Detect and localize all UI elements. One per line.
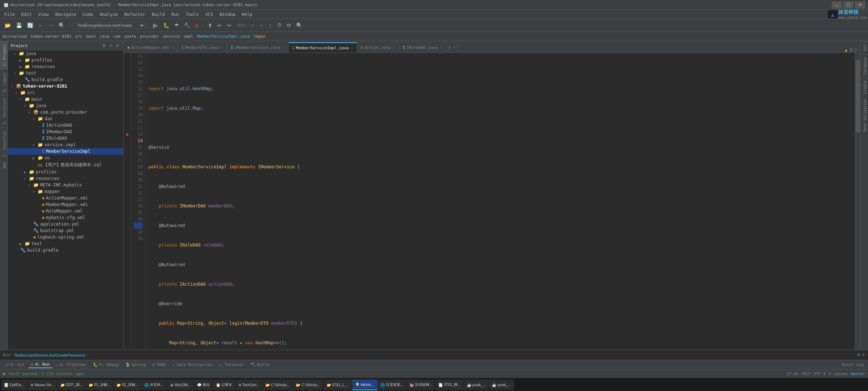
bottom-tab-todo[interactable]: ≡ TODO: [149, 362, 169, 368]
tab-ActionMapper[interactable]: ✱ ActionMapper.xml ✕: [124, 42, 178, 52]
git-check-button[interactable]: ✓: [248, 21, 256, 29]
tree-item-IRoleDAO[interactable]: I IRoleDAO: [8, 135, 123, 142]
toolbar-sync-button[interactable]: 🔄: [25, 21, 35, 29]
tree-item-application-yml[interactable]: 🔧 application.yml: [8, 221, 123, 227]
tab-MemberServiceImpl[interactable]: C MemberServiceImpl.java ✕: [289, 42, 357, 52]
tree-item-java[interactable]: ▾ 📁 java: [8, 50, 123, 57]
panel-commit[interactable]: 0: Commit: [0, 69, 8, 95]
taskbar-yootk2[interactable]: ☕ yootk_...: [464, 379, 489, 390]
panel-favorites[interactable]: 2: Favorites: [0, 127, 8, 160]
taskbar-maven[interactable]: ⚙ Maven Re...: [27, 379, 57, 390]
tab-close-button[interactable]: ✕: [221, 46, 223, 50]
bc-microcloud[interactable]: microcloud: [3, 34, 27, 39]
taskbar-baidu[interactable]: 🌐 百度有限...: [378, 379, 406, 390]
run-config-link[interactable]: TestEncryptService.testCreatePassword: [14, 353, 85, 357]
close-button[interactable]: ✕: [855, 1, 865, 9]
taskbar-microcloud[interactable]: 💡 microc...: [352, 379, 377, 390]
toolbar-back-button[interactable]: ←: [37, 21, 45, 29]
tree-item-com-yootk[interactable]: ▾ 📦 com.yootk.provider: [8, 109, 123, 115]
menu-vcs[interactable]: VCS: [203, 11, 216, 18]
tree-item-main[interactable]: ▾ 📁 main: [8, 96, 123, 102]
bc-service[interactable]: service: [163, 34, 180, 39]
tree-item-IMemberDAO[interactable]: I IMemberDAO: [8, 129, 123, 135]
panel-database[interactable]: Database: [860, 54, 868, 77]
run-close-button[interactable]: ✕: [862, 353, 865, 357]
taskbar-techsml[interactable]: ⚙ TechSml...: [235, 379, 263, 390]
toolbar-save-button[interactable]: 💾: [14, 21, 24, 29]
maximize-button[interactable]: ☐: [843, 1, 854, 9]
tab-Action[interactable]: C Action.java ✕: [357, 42, 399, 52]
status-branch[interactable]: master: [851, 371, 865, 376]
taskbar-cwindows1[interactable]: 📂 C:\\Windo...: [263, 379, 293, 390]
status-encoding[interactable]: UTF-8: [814, 371, 826, 376]
menu-view[interactable]: View: [35, 11, 52, 18]
tab-close-button[interactable]: ✕: [282, 46, 284, 50]
tab-IRoleDAO[interactable]: I IRoleDAO.java ✕: [399, 42, 446, 52]
panel-gradle[interactable]: Gradle: [860, 77, 868, 97]
tree-item-java2[interactable]: ▾ 📁 java: [8, 102, 123, 109]
bottom-tab-spring[interactable]: 🍃 Spring: [122, 362, 149, 368]
bottom-tab-build[interactable]: 🔨 Build: [248, 362, 272, 368]
bc-token-server[interactable]: token-server-8201: [31, 34, 72, 39]
tree-item-meta-inf[interactable]: ▾ 📁 META-INF.mybatis: [8, 182, 123, 188]
toolbar-vcs-button[interactable]: ⬆: [206, 21, 214, 29]
tab-close-button[interactable]: ✕: [393, 46, 395, 50]
taskbar-0703[interactable]: 📁 0703_1_...: [324, 379, 352, 390]
toolbar-debug-button[interactable]: 🐛: [161, 21, 171, 29]
tree-item-RoleMapper[interactable]: ✱ RoleMapper.xml: [8, 208, 123, 214]
bottom-tab-git[interactable]: ⎇ 9: Git: [1, 362, 28, 368]
menu-window[interactable]: Window: [217, 11, 238, 18]
tree-item-mapper[interactable]: ▾ 📁 mapper: [8, 188, 123, 195]
tree-item-MemberServiceImpl[interactable]: C MemberServiceImpl: [8, 148, 123, 155]
toolbar-search-everywhere-button[interactable]: 🔍: [294, 21, 304, 29]
tree-item-bootstrap-yml[interactable]: 🔧 bootstrap.yml: [8, 227, 123, 234]
taskbar-wechat[interactable]: 💬 微信: [194, 379, 213, 390]
toolbar-open-button[interactable]: 📂: [3, 21, 13, 29]
bc-impl[interactable]: impl: [184, 34, 193, 39]
tree-item-build-gradle[interactable]: 🔧 build.gradle: [8, 247, 123, 253]
code-lines[interactable]: import java.util.HashMap; import java.ut…: [145, 53, 855, 350]
tree-item-ActionMapper[interactable]: ✱ ActionMapper.xml: [8, 195, 123, 201]
toolbar-forward-button[interactable]: →: [47, 21, 55, 29]
toolbar-run-button[interactable]: ▶: [151, 20, 160, 30]
menu-navigate[interactable]: Navigate: [52, 11, 79, 18]
tree-item-build-gradle-top[interactable]: 🔧 build.gradle: [8, 76, 123, 83]
tree-icon-collapse[interactable]: ≡: [109, 43, 113, 49]
bottom-tab-run[interactable]: ▶ 4: Run: [29, 361, 52, 368]
git-tick-button[interactable]: ✓: [258, 21, 266, 29]
git-history-button[interactable]: ⏱: [275, 21, 284, 29]
tree-item-test[interactable]: ▾ 📁 test: [8, 70, 123, 76]
tab-split-button[interactable]: ⬡: [854, 48, 857, 52]
toolbar-search-button[interactable]: 🔍: [57, 21, 67, 29]
panel-bean-validation[interactable]: Bean Validation: [860, 97, 868, 134]
taskbar-yootk3[interactable]: ☕ yootk_...: [489, 379, 514, 390]
menu-tools[interactable]: Tools: [183, 11, 202, 18]
taskbar-win10[interactable]: 🖥 Win10M...: [167, 379, 194, 390]
tab-close-button[interactable]: ✕: [172, 46, 174, 50]
taskbar-words[interactable]: 📚 百词斩网...: [407, 379, 435, 390]
git-push-button[interactable]: ↑: [267, 21, 273, 29]
tree-item-vo[interactable]: ▶ 📁 vo: [8, 155, 123, 161]
run-settings-button[interactable]: ⚙: [857, 353, 860, 357]
tree-item-profiles2[interactable]: ▶ 📁 profiles: [8, 169, 123, 175]
tree-icon-close[interactable]: ✕: [115, 43, 120, 49]
bc-file[interactable]: MemberServiceImpl.java: [197, 34, 250, 39]
panel-structure[interactable]: 2: Structure: [0, 95, 8, 127]
taskbar-0702[interactable]: 📄 0702_脚...: [435, 379, 463, 390]
gutter-breakpoint[interactable]: ●: [124, 131, 131, 138]
status-position[interactable]: 37:46: [787, 371, 799, 376]
menu-code[interactable]: Code: [80, 11, 96, 18]
toolbar-stop-button[interactable]: ■: [193, 21, 200, 29]
taskbar-0207[interactable]: 📁 0207_脚...: [58, 379, 85, 390]
taskbar-yootk[interactable]: 🌐 沐言科...: [141, 379, 166, 390]
tree-item-src[interactable]: ▾ 📁 src: [8, 89, 123, 96]
status-indent[interactable]: 4 spaces: [829, 371, 848, 376]
tab-more[interactable]: I ▾: [446, 42, 458, 52]
menu-analyze[interactable]: Analyze: [97, 11, 121, 18]
bc-java[interactable]: java: [100, 34, 110, 39]
menu-edit[interactable]: Edit: [18, 11, 35, 18]
bc-com[interactable]: com: [113, 34, 120, 39]
tab-MemberDTO[interactable]: C MemberDTO.java ✕: [178, 42, 227, 52]
menu-refactor[interactable]: Refactor: [122, 11, 148, 18]
tab-IMemberService[interactable]: I IMemberService.java ✕: [227, 42, 289, 52]
